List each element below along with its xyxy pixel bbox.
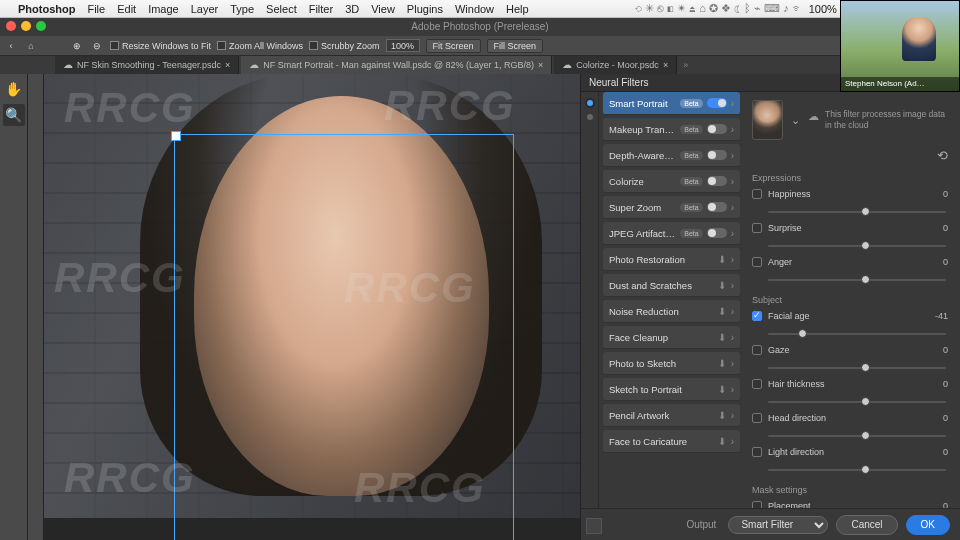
download-icon[interactable]: ⬇ (717, 410, 727, 421)
filter-row-sketch-to-portrait[interactable]: Sketch to Portrait⬇› (603, 378, 740, 401)
document-area: RRCG RRCG RRCG RRCG RRCG RRCG 81.99% 524… (28, 74, 580, 540)
menu-window[interactable]: Window (455, 3, 494, 15)
menu-file[interactable]: File (87, 3, 105, 15)
slider-hair-thickness[interactable] (768, 397, 960, 407)
menu-select[interactable]: Select (266, 3, 297, 15)
filter-toggle[interactable] (707, 202, 727, 212)
slider-label: Facial age (768, 311, 920, 321)
download-icon[interactable]: ⬇ (717, 306, 727, 317)
filter-row-colorize[interactable]: ColorizeBeta› (603, 170, 740, 193)
menu-plugins[interactable]: Plugins (407, 3, 443, 15)
close-icon[interactable] (6, 21, 16, 31)
menu-filter[interactable]: Filter (309, 3, 333, 15)
zoom-input[interactable] (386, 39, 420, 52)
maximize-icon[interactable] (36, 21, 46, 31)
download-icon[interactable]: ⬇ (717, 384, 727, 395)
category-featured[interactable] (587, 100, 593, 106)
slider-surprise[interactable] (768, 241, 960, 251)
filter-toggle[interactable] (707, 124, 727, 134)
filter-name: JPEG Artifacts R… (609, 228, 676, 239)
close-tab-icon[interactable]: × (538, 56, 543, 74)
filter-toggle[interactable] (707, 176, 727, 186)
filter-row-noise-reduction[interactable]: Noise Reduction⬇› (603, 300, 740, 323)
download-icon[interactable]: ⬇ (717, 436, 727, 447)
ok-button[interactable]: OK (906, 515, 950, 535)
preview-toggle-icon[interactable] (586, 518, 602, 534)
checkbox-light-direction[interactable] (752, 447, 762, 457)
close-tab-icon[interactable]: × (663, 56, 668, 74)
category-beta[interactable] (587, 114, 593, 120)
tab-colorize[interactable]: ☁Colorize - Moor.psdc× (554, 56, 677, 74)
checkbox-facial-age[interactable] (752, 311, 762, 321)
filter-row-makeup-transfer[interactable]: Makeup TransferBeta› (603, 118, 740, 141)
home-icon[interactable]: ⌂ (24, 39, 38, 53)
filter-toggle[interactable] (707, 98, 727, 108)
filter-toggle[interactable] (707, 150, 727, 160)
scrubby-checkbox[interactable]: Scrubby Zoom (309, 41, 380, 51)
filter-row-face-cleanup[interactable]: Face Cleanup⬇› (603, 326, 740, 349)
output-select[interactable]: Smart Filter (728, 516, 828, 534)
slider-label: Surprise (768, 223, 920, 233)
checkbox-head-direction[interactable] (752, 413, 762, 423)
slider-light-direction[interactable] (768, 465, 960, 475)
fill-screen-button[interactable]: Fill Screen (487, 39, 544, 53)
filter-row-photo-to-sketch[interactable]: Photo to Sketch⬇› (603, 352, 740, 375)
slider-label: Gaze (768, 345, 920, 355)
download-icon[interactable]: ⬇ (717, 358, 727, 369)
filter-row-depth-aware-h-[interactable]: Depth-Aware H…Beta› (603, 144, 740, 167)
tab-smart-portrait[interactable]: ☁NF Smart Portrait - Man against Wall.ps… (241, 56, 552, 74)
checkbox-gaze[interactable] (752, 345, 762, 355)
zoom-tool[interactable]: 🔍 (3, 104, 25, 126)
filter-row-face-to-caricature[interactable]: Face to Caricature⬇› (603, 430, 740, 453)
tab-label: NF Smart Portrait - Man against Wall.psd… (263, 56, 534, 74)
back-icon[interactable]: ‹ (4, 39, 18, 53)
cancel-button[interactable]: Cancel (836, 515, 897, 535)
download-icon[interactable]: ⬇ (717, 254, 727, 265)
slider-gaze[interactable] (768, 363, 960, 373)
download-icon[interactable]: ⬇ (717, 332, 727, 343)
download-icon[interactable]: ⬇ (717, 280, 727, 291)
menu-layer[interactable]: Layer (191, 3, 219, 15)
canvas[interactable]: RRCG RRCG RRCG RRCG RRCG RRCG 81.99% 524… (44, 74, 580, 540)
section-title-mask: Mask settings (752, 485, 948, 495)
tab-skin-smoothing[interactable]: ☁NF Skin Smoothing - Teenager.psdc× (55, 56, 239, 74)
reset-icon[interactable]: ⟲ (937, 148, 948, 163)
menu-edit[interactable]: Edit (117, 3, 136, 15)
menu-help[interactable]: Help (506, 3, 529, 15)
menu-3d[interactable]: 3D (345, 3, 359, 15)
filter-row-photo-restoration[interactable]: Photo Restoration⬇› (603, 248, 740, 271)
zoom-all-checkbox[interactable]: Zoom All Windows (217, 41, 303, 51)
minimize-icon[interactable] (21, 21, 31, 31)
slider-head-direction[interactable] (768, 431, 960, 441)
checkbox-placement[interactable] (752, 501, 762, 508)
zoom-out-icon[interactable]: ⊖ (90, 39, 104, 53)
window-controls[interactable] (6, 21, 46, 31)
menu-app[interactable]: Photoshop (18, 3, 75, 15)
face-dropdown-icon[interactable]: ⌄ (791, 114, 800, 127)
filter-row-super-zoom[interactable]: Super ZoomBeta› (603, 196, 740, 219)
chevron-right-icon: › (731, 176, 734, 187)
menu-view[interactable]: View (371, 3, 395, 15)
filter-row-jpeg-artifacts-r-[interactable]: JPEG Artifacts R…Beta› (603, 222, 740, 245)
slider-anger[interactable] (768, 275, 960, 285)
menu-image[interactable]: Image (148, 3, 179, 15)
zoom-in-icon[interactable]: ⊕ (70, 39, 84, 53)
slider-label: Hair thickness (768, 379, 920, 389)
checkbox-anger[interactable] (752, 257, 762, 267)
filter-row-smart-portrait[interactable]: Smart PortraitBeta› (603, 92, 740, 115)
checkbox-happiness[interactable] (752, 189, 762, 199)
filter-toggle[interactable] (707, 228, 727, 238)
checkbox-surprise[interactable] (752, 223, 762, 233)
slider-facial-age[interactable] (768, 329, 960, 339)
resize-windows-checkbox[interactable]: Resize Windows to Fit (110, 41, 211, 51)
filter-row-pencil-artwork[interactable]: Pencil Artwork⬇› (603, 404, 740, 427)
hand-tool[interactable]: ✋ (3, 78, 25, 100)
fit-screen-button[interactable]: Fit Screen (426, 39, 481, 53)
face-thumbnail[interactable] (752, 100, 783, 140)
slider-happiness[interactable] (768, 207, 960, 217)
filter-row-dust-and-scratches[interactable]: Dust and Scratches⬇› (603, 274, 740, 297)
close-tab-icon[interactable]: × (225, 56, 230, 74)
checkbox-hair-thickness[interactable] (752, 379, 762, 389)
tabs-overflow-icon[interactable]: » (683, 60, 688, 70)
menu-type[interactable]: Type (230, 3, 254, 15)
